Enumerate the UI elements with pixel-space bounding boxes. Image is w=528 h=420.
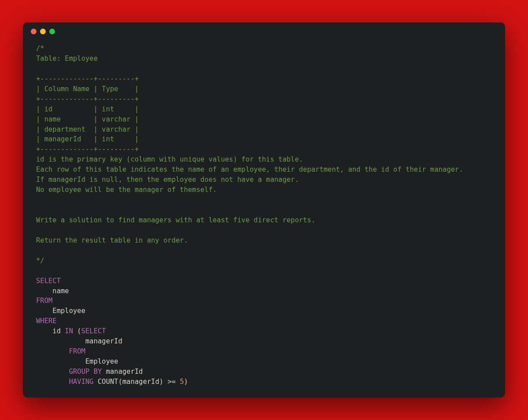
code-token-keyword: FROM <box>36 297 52 305</box>
code-token-comment: | managerId | int | <box>36 135 139 143</box>
code-token-punct: (managerId) <box>118 378 168 386</box>
code-token-keyword: FROM <box>69 347 85 355</box>
code-token-ident <box>94 378 98 386</box>
window-titlebar <box>23 22 505 40</box>
code-token-ident: managerId <box>36 337 122 345</box>
code-token-keyword: IN <box>65 327 73 335</box>
code-token-ident <box>36 347 69 355</box>
code-token-comment: +-------------+---------+ <box>36 95 139 103</box>
code-token-comment: | id | int | <box>36 105 139 113</box>
code-token-func: COUNT <box>98 378 118 386</box>
code-token-comment: /* <box>36 44 44 52</box>
zoom-icon[interactable] <box>49 29 55 34</box>
code-token-comment: Table: Employee <box>36 55 98 63</box>
code-token-ident: Employee <box>36 357 118 365</box>
code-token-comment: Return the result table in any order. <box>36 236 188 244</box>
code-token-comment: | name | varchar | <box>36 115 139 123</box>
code-token-comment: If managerId is null, then the employee … <box>36 176 299 184</box>
code-token-ident <box>36 368 69 376</box>
code-token-comment: Write a solution to find managers with a… <box>36 216 315 224</box>
code-token-keyword: GROUP BY <box>69 368 102 376</box>
code-token-comment: No employee will be the manager of thems… <box>36 186 217 194</box>
code-token-punct: >= <box>168 378 180 386</box>
code-token-keyword: SELECT <box>36 277 61 285</box>
code-token-number: 5 <box>180 378 184 386</box>
code-token-comment: Each row of this table indicates the nam… <box>36 166 463 173</box>
minimize-icon[interactable] <box>40 29 46 34</box>
code-token-comment: +-------------+---------+ <box>36 75 139 83</box>
code-token-ident <box>36 378 69 386</box>
code-token-keyword: WHERE <box>36 317 57 325</box>
code-token-comment: | Column Name | Type | <box>36 85 139 93</box>
code-token-ident: id <box>36 327 65 335</box>
code-token-ident: managerId <box>102 368 143 376</box>
code-token-comment: | department | varchar | <box>36 125 139 133</box>
code-token-punct: ( <box>73 327 81 335</box>
code-window: /* Table: Employee +-------------+------… <box>23 22 505 398</box>
code-token-comment: +-------------+---------+ <box>36 145 139 153</box>
code-token-comment: id is the primary key (column with uniqu… <box>36 155 303 163</box>
close-icon[interactable] <box>31 29 37 34</box>
code-token-ident: Employee <box>36 307 85 315</box>
code-token-comment: */ <box>36 257 44 265</box>
code-token-ident: name <box>36 287 69 295</box>
code-token-keyword: HAVING <box>69 378 94 386</box>
code-editor[interactable]: /* Table: Employee +-------------+------… <box>23 40 505 398</box>
code-token-punct: ) <box>184 378 188 386</box>
code-token-keyword: SELECT <box>81 327 106 335</box>
